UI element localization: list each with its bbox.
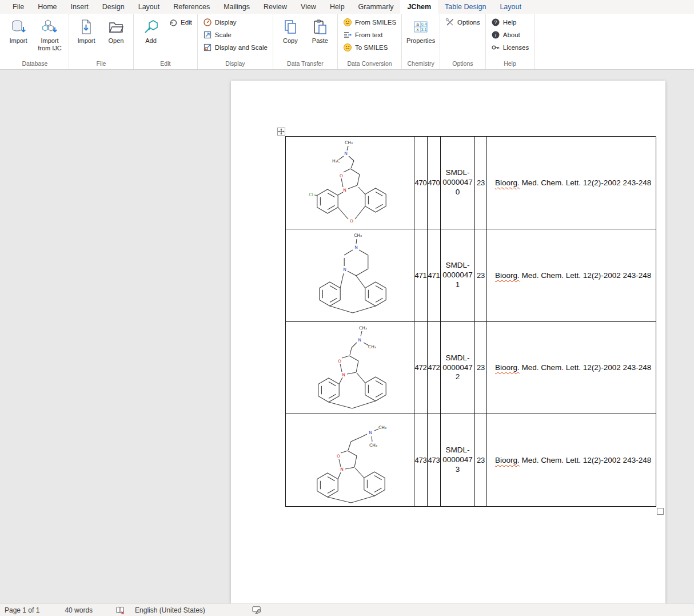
- table-cell-page[interactable]: 23: [475, 137, 487, 229]
- table-cell-id[interactable]: 472: [414, 322, 428, 415]
- page-indicator[interactable]: Page 1 of 1: [0, 604, 44, 616]
- tab-help[interactable]: Help: [323, 0, 352, 14]
- licenses-button[interactable]: Licenses: [489, 41, 531, 54]
- tab-file[interactable]: File: [6, 0, 31, 14]
- properties-table-icon: a0.4x3.1: [413, 18, 429, 36]
- table-cell-page[interactable]: 23: [475, 322, 487, 415]
- tab-references[interactable]: References: [166, 0, 217, 14]
- tools-icon: [445, 18, 454, 27]
- table-cell-smdl[interactable]: SMDL-00000473: [441, 414, 475, 507]
- to-smiles-button[interactable]: To SMILES: [341, 41, 398, 54]
- tab-design[interactable]: Design: [95, 0, 131, 14]
- table-cell-id[interactable]: 471: [414, 229, 428, 322]
- button-label: Display: [215, 19, 237, 26]
- table-cell-citation[interactable]: Bioorg. Med. Chem. Lett. 12(2)-2002 243-…: [487, 322, 656, 415]
- tab-grammarly[interactable]: Grammarly: [352, 0, 401, 14]
- compound-table: CH₃ N H₃C O N: [285, 136, 656, 507]
- svg-text:CH₃: CH₃: [345, 140, 353, 145]
- table-cell-smdl[interactable]: SMDL-00000471: [441, 229, 475, 322]
- properties-button[interactable]: a0.4x3.1 Properties: [405, 16, 437, 45]
- table-cell-smdl[interactable]: SMDL-00000470: [441, 137, 475, 229]
- citation-text: Bioorg. Med. Chem. Lett. 12(2)-2002 243-…: [495, 178, 651, 187]
- edit-button[interactable]: Edit: [166, 16, 194, 29]
- edit-icon: [169, 18, 178, 27]
- button-label: Display and Scale: [215, 44, 268, 51]
- misspelled-word: Bioorg.: [495, 178, 520, 187]
- button-label: Add: [145, 37, 157, 45]
- table-cell-page[interactable]: 23: [475, 414, 487, 507]
- citation-text: Bioorg. Med. Chem. Lett. 12(2)-2002 243-…: [495, 456, 651, 464]
- table-cell-id[interactable]: 470: [414, 137, 428, 229]
- import-database-button[interactable]: Import: [4, 16, 33, 45]
- compound-id: 470: [414, 178, 426, 187]
- status-bar: Page 1 of 1 40 words English (United Sta…: [0, 603, 694, 616]
- table-cell-structure[interactable]: CH₃ N N: [286, 229, 414, 322]
- table-move-handle[interactable]: [277, 128, 285, 136]
- table-cell-id2[interactable]: 473: [428, 414, 441, 507]
- copy-button[interactable]: Copy: [276, 16, 305, 45]
- compound-id2: 472: [428, 363, 440, 372]
- table-cell-citation[interactable]: Bioorg. Med. Chem. Lett. 12(2)-2002 243-…: [487, 137, 656, 229]
- display-and-scale-button[interactable]: Display and Scale: [201, 41, 270, 54]
- open-button[interactable]: Open: [102, 16, 130, 45]
- table-cell-id[interactable]: 473: [414, 414, 428, 507]
- tab-layout[interactable]: Layout: [131, 0, 167, 14]
- ribbon-group-chemistry: a0.4x3.1 Properties Chemistry: [402, 14, 440, 69]
- button-label: Options: [457, 19, 480, 26]
- misspelled-word: Bioorg.: [495, 363, 520, 372]
- page-ref: 23: [477, 456, 485, 464]
- options-button[interactable]: Options: [443, 16, 482, 29]
- table-cell-id2[interactable]: 472: [428, 322, 441, 415]
- tab-insert[interactable]: Insert: [64, 0, 95, 14]
- from-smiles-button[interactable]: From SMILES: [341, 16, 398, 29]
- table-cell-id2[interactable]: 470: [428, 137, 441, 229]
- ribbon-group-data-transfer: Copy Paste Data Transfer: [273, 14, 338, 69]
- scale-button[interactable]: Scale: [201, 29, 270, 41]
- table-resize-handle[interactable]: [657, 508, 664, 515]
- table-cell-id2[interactable]: 471: [428, 229, 441, 322]
- spellcheck-icon: [115, 606, 125, 615]
- help-button[interactable]: ? Help: [489, 16, 531, 29]
- key-icon: [491, 43, 500, 52]
- tab-view[interactable]: View: [294, 0, 323, 14]
- about-button[interactable]: i About: [489, 29, 531, 41]
- misspelled-word: Bioorg.: [495, 271, 520, 280]
- add-button[interactable]: Add: [137, 16, 165, 45]
- tab-jchem[interactable]: JChem: [400, 0, 438, 14]
- import-file-button[interactable]: Import: [72, 16, 101, 45]
- proofing-errors-button[interactable]: [111, 604, 129, 616]
- tab-table-layout[interactable]: Layout: [493, 0, 528, 14]
- tab-home[interactable]: Home: [31, 0, 63, 14]
- table-cell-structure[interactable]: CH₃ N CH₃ O N: [286, 414, 414, 507]
- svg-text:O: O: [350, 218, 353, 224]
- table-cell-citation[interactable]: Bioorg. Med. Chem. Lett. 12(2)-2002 243-…: [487, 414, 656, 507]
- citation-rest: Med. Chem. Lett. 12(2)-2002 243-248: [520, 178, 651, 187]
- svg-text:O: O: [337, 454, 340, 459]
- text-lines-icon: [343, 30, 352, 39]
- compound-id2: 473: [428, 456, 440, 464]
- import-from-ijc-button[interactable]: Import from IJC: [34, 16, 66, 52]
- molecule-structure-472: CH₃ N CH₃ O N: [286, 323, 414, 413]
- table-cell-smdl[interactable]: SMDL-00000472: [441, 322, 475, 415]
- citation-rest: Med. Chem. Lett. 12(2)-2002 243-248: [520, 363, 651, 372]
- from-text-button[interactable]: From text: [341, 29, 398, 41]
- ribbon-group-database: Import Import from IJC Database: [1, 14, 69, 69]
- svg-text:N: N: [343, 188, 346, 193]
- tab-review[interactable]: Review: [257, 0, 294, 14]
- display-button[interactable]: Display: [201, 16, 270, 29]
- tab-table-design[interactable]: Table Design: [438, 0, 493, 14]
- display-settings-button[interactable]: [248, 604, 266, 616]
- info-icon: i: [491, 30, 500, 39]
- table-cell-structure[interactable]: CH₃ N H₃C O N: [286, 137, 414, 229]
- word-count[interactable]: 40 words: [60, 604, 97, 616]
- svg-text:a: a: [416, 22, 419, 27]
- table-cell-structure[interactable]: CH₃ N CH₃ O N: [286, 322, 414, 415]
- ribbon-group-display: Display Scale Display and Scale: [198, 14, 273, 69]
- table-cell-citation[interactable]: Bioorg. Med. Chem. Lett. 12(2)-2002 243-…: [487, 229, 656, 322]
- table-cell-page[interactable]: 23: [475, 229, 487, 322]
- language-indicator[interactable]: English (United States): [130, 604, 210, 616]
- paste-button[interactable]: Paste: [306, 16, 334, 45]
- svg-text:CH₃: CH₃: [354, 233, 362, 238]
- tab-mailings[interactable]: Mailings: [217, 0, 257, 14]
- molecule-structure-470: CH₃ N H₃C O N: [286, 137, 414, 228]
